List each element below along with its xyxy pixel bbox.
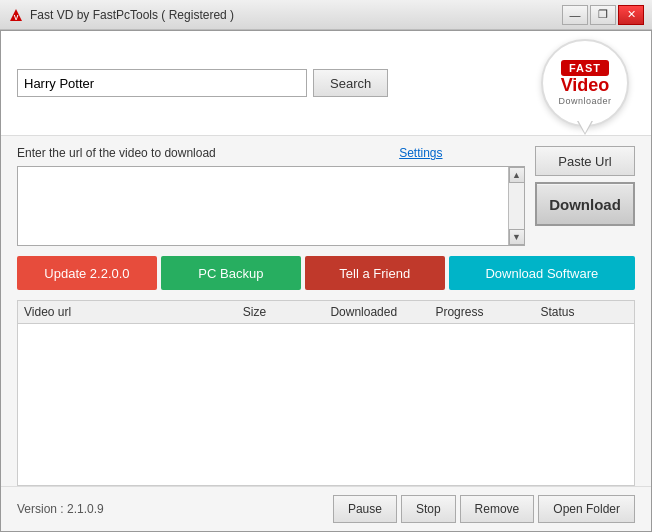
- app-icon: V: [8, 7, 24, 23]
- bottom-buttons: Pause Stop Remove Open Folder: [333, 495, 635, 523]
- logo: FAST Video Downloader: [541, 39, 629, 127]
- url-textarea[interactable]: [18, 167, 524, 245]
- action-buttons-row: Update 2.2.0.0 PC Backup Tell a Friend D…: [1, 256, 651, 300]
- paste-url-button[interactable]: Paste Url: [535, 146, 635, 176]
- tell-a-friend-button[interactable]: Tell a Friend: [305, 256, 445, 290]
- col-video-url: Video url: [24, 305, 243, 319]
- main-window: Search FAST Video Downloader Enter the u…: [0, 30, 652, 532]
- settings-link[interactable]: Settings: [399, 146, 442, 160]
- col-progress: Progress: [435, 305, 540, 319]
- download-button[interactable]: Download: [535, 182, 635, 226]
- table-body: [18, 324, 634, 482]
- download-table: Video url Size Downloaded Progress Statu…: [17, 300, 635, 486]
- version-text: Version : 2.1.0.9: [17, 502, 104, 516]
- search-input[interactable]: [17, 69, 307, 97]
- url-label-text: Enter the url of the video to download: [17, 146, 216, 160]
- svg-text:V: V: [14, 14, 19, 21]
- url-section: Enter the url of the video to download S…: [1, 136, 651, 256]
- url-textarea-wrap: ▲ ▼: [17, 166, 525, 246]
- bottom-bar: Version : 2.1.0.9 Pause Stop Remove Open…: [1, 486, 651, 531]
- logo-bottom-text: Downloader: [558, 96, 611, 106]
- top-section: Search FAST Video Downloader: [1, 31, 651, 136]
- update-button[interactable]: Update 2.2.0.0: [17, 256, 157, 290]
- window-title: Fast VD by FastPcTools ( Registered ): [30, 8, 234, 22]
- close-button[interactable]: ✕: [618, 5, 644, 25]
- url-right: Paste Url Download: [535, 146, 635, 246]
- col-size: Size: [243, 305, 331, 319]
- table-header: Video url Size Downloaded Progress Statu…: [18, 301, 634, 324]
- stop-button[interactable]: Stop: [401, 495, 456, 523]
- pause-button[interactable]: Pause: [333, 495, 397, 523]
- col-downloaded: Downloaded: [330, 305, 435, 319]
- col-status: Status: [540, 305, 628, 319]
- search-area: Search: [17, 69, 388, 97]
- minimize-button[interactable]: —: [562, 5, 588, 25]
- maximize-button[interactable]: ❐: [590, 5, 616, 25]
- logo-pin: [577, 121, 593, 135]
- url-scrollbar: ▲ ▼: [508, 167, 524, 245]
- scroll-up-arrow[interactable]: ▲: [509, 167, 525, 183]
- search-button[interactable]: Search: [313, 69, 388, 97]
- window-controls: — ❐ ✕: [562, 5, 644, 25]
- title-bar: V Fast VD by FastPcTools ( Registered ) …: [0, 0, 652, 30]
- logo-top-text: FAST: [561, 60, 609, 76]
- remove-button[interactable]: Remove: [460, 495, 535, 523]
- logo-middle-text: Video: [561, 76, 610, 96]
- open-folder-button[interactable]: Open Folder: [538, 495, 635, 523]
- backup-button[interactable]: PC Backup: [161, 256, 301, 290]
- url-left: Enter the url of the video to download S…: [17, 146, 525, 246]
- url-label: Enter the url of the video to download S…: [17, 146, 525, 160]
- download-software-button[interactable]: Download Software: [449, 256, 635, 290]
- logo-container: FAST Video Downloader: [535, 43, 635, 123]
- scroll-down-arrow[interactable]: ▼: [509, 229, 525, 245]
